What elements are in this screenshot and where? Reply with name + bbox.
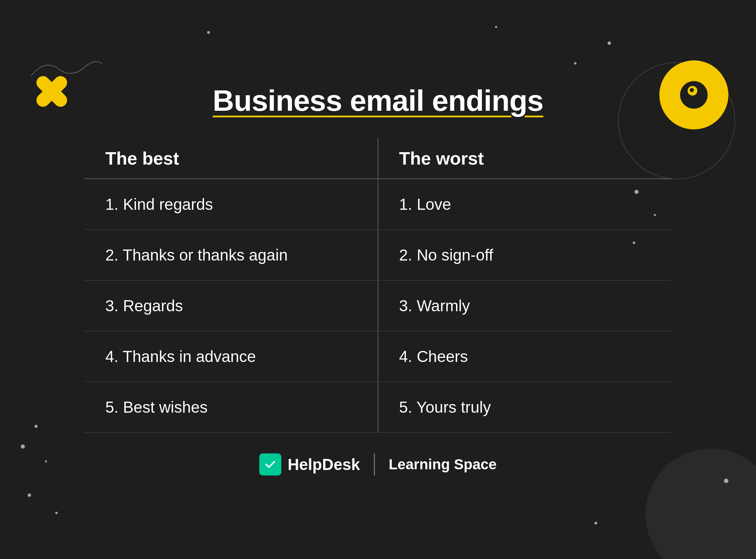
table-row: 5. Best wishes5. Yours truly — [85, 382, 671, 433]
cell-worst-4: 4. Cheers — [378, 331, 671, 382]
footer: HelpDesk Learning Space — [259, 453, 496, 475]
decorative-arc — [646, 449, 756, 559]
cell-best-1: 1. Kind regards — [85, 179, 378, 229]
dot-7 — [633, 242, 635, 244]
title-section: Business email endings — [213, 84, 543, 118]
logo-icon — [259, 453, 281, 475]
dot-9 — [21, 444, 25, 449]
dot-12 — [55, 512, 58, 514]
decorative-circle-inner — [680, 81, 708, 109]
helpdesk-logo: HelpDesk — [259, 453, 360, 475]
table-row: 2. Thanks or thanks again2. No sign-off — [85, 230, 671, 281]
cell-best-2: 2. Thanks or thanks again — [85, 230, 378, 280]
dot-10 — [45, 460, 47, 462]
decorative-line — [28, 55, 104, 84]
header-best: The best — [85, 138, 378, 178]
dot-14 — [724, 479, 728, 483]
dot-2 — [574, 62, 576, 65]
dot-6 — [654, 214, 656, 216]
table-row: 4. Thanks in advance4. Cheers — [85, 331, 671, 382]
decorative-circle-icon — [659, 60, 728, 129]
dot-13 — [594, 522, 597, 524]
table-rows: 1. Kind regards1. Love2. Thanks or thank… — [85, 179, 671, 433]
cell-worst-1: 1. Love — [378, 179, 671, 229]
dot-8 — [35, 425, 38, 428]
table-row: 3. Regards3. Warmly — [85, 281, 671, 331]
dot-1 — [608, 41, 611, 45]
cell-worst-2: 2. No sign-off — [378, 230, 671, 280]
footer-divider — [374, 453, 375, 475]
dot-5 — [634, 190, 639, 194]
dot-3 — [495, 26, 497, 28]
table-header-row: The best The worst — [85, 138, 671, 179]
cell-best-5: 5. Best wishes — [85, 382, 378, 432]
table-row: 1. Kind regards1. Love — [85, 179, 671, 230]
main-container: Business email endings The best The wors… — [0, 0, 756, 559]
cell-best-3: 3. Regards — [85, 281, 378, 331]
cell-worst-3: 3. Warmly — [378, 281, 671, 331]
dot-11 — [28, 493, 31, 497]
logo-text: HelpDesk — [288, 455, 360, 474]
checkmark-icon — [263, 458, 277, 471]
comparison-table: The best The worst 1. Kind regards1. Lov… — [85, 138, 671, 433]
cell-worst-5: 5. Yours truly — [378, 382, 671, 432]
cell-best-4: 4. Thanks in advance — [85, 331, 378, 382]
page-title: Business email endings — [213, 84, 543, 118]
dot-4 — [207, 31, 210, 34]
tagline: Learning Space — [389, 456, 497, 473]
